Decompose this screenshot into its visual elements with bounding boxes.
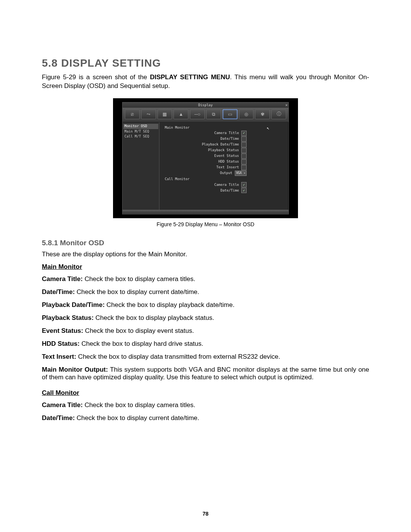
checkbox[interactable] — [241, 165, 247, 170]
page-number: 78 — [0, 511, 411, 517]
toolbar-button-4[interactable]: ─○ — [190, 109, 205, 119]
section-intro: Figure 5-29 is a screen shot of the DISP… — [42, 73, 369, 91]
toolbar-button-5[interactable]: ⧉ — [206, 109, 221, 119]
checkbox[interactable] — [241, 159, 247, 165]
sidebar-item-main-seq[interactable]: Main M/T SEQ — [123, 129, 158, 134]
checkbox[interactable] — [241, 153, 247, 159]
row-playback-status: Playback Status — [165, 147, 285, 153]
toolbar-button-1[interactable]: ⤳ — [141, 109, 156, 119]
label: Camera Title — [214, 182, 239, 188]
label: Camera Title — [214, 131, 239, 136]
row-playback-date-time: Playback Date/Time — [165, 142, 285, 147]
label: Text Insert — [216, 165, 239, 170]
section-heading: 5.8 DISPLAY SETTING — [42, 57, 369, 69]
intro-pre: Figure 5-29 is a screen shot of the — [42, 73, 150, 81]
output-select[interactable]: VGA — [235, 171, 247, 176]
subsection-intro: These are the display options for the Ma… — [42, 250, 369, 259]
row-call-date-time: Date/Time✓ — [165, 188, 285, 193]
checkbox[interactable] — [241, 136, 247, 142]
subsection-heading: 5.8.1 Monitor OSD — [42, 239, 369, 247]
window-title: Display — [198, 103, 213, 107]
def-playback-status: Playback Status: Check the box to displa… — [42, 314, 369, 322]
row-hdd-status: HDD Status — [165, 159, 285, 165]
label: HDD Status — [218, 159, 239, 165]
def-event-status: Event Status: Check the box to display e… — [42, 327, 369, 335]
toolbar: ⎚ ⤳ ▦ ▲ ─○ ⧉ ▭ ◎ ✾ ⓘ — [123, 108, 288, 122]
checkbox[interactable]: ✓ — [241, 182, 247, 187]
sidebar-item-monitor-osd[interactable]: Monitor OSD — [123, 124, 158, 129]
checkbox[interactable]: ✓ — [241, 131, 247, 136]
call-monitor-head: Call Monitor — [42, 389, 79, 396]
def-hdd-status: HDD Status: Check the box to display har… — [42, 340, 369, 348]
def-text-insert: Text Insert: Check the box to display da… — [42, 353, 369, 361]
statusbar — [123, 210, 288, 214]
def-call-camera-title: Camera Title: Check the box to display c… — [42, 401, 369, 409]
label: Event Status — [214, 153, 239, 159]
def-main-monitor-output: Main Monitor Output: This system support… — [42, 366, 369, 381]
label: Date/Time — [220, 188, 239, 193]
toolbar-button-display[interactable]: ▭ — [223, 109, 237, 119]
figure-caption: Figure 5-29 Display Menu – Monitor OSD — [157, 221, 255, 227]
row-date-time: Date/Time — [165, 136, 285, 142]
def-playback-date-time: Playback Date/Time: Check the box to dis… — [42, 301, 369, 309]
toolbar-button-9[interactable]: ⓘ — [271, 109, 286, 119]
settings-panel: ↖ Main Monitor Camera Title✓ Date/Time P… — [159, 122, 288, 210]
sidebar: Monitor OSD Main M/T SEQ Call M/T SEQ — [123, 122, 159, 210]
sidebar-item-call-seq[interactable]: Call M/T SEQ — [123, 134, 158, 139]
display-window: Display × ⎚ ⤳ ▦ ▲ ─○ ⧉ ▭ ◎ ✾ ⓘ — [122, 102, 289, 214]
close-icon[interactable]: × — [285, 103, 288, 107]
main-monitor-head: Main Monitor — [42, 263, 82, 270]
intro-bold: DISPLAY SETTING MENU — [150, 73, 230, 81]
window-titlebar: Display × — [123, 102, 288, 108]
label: Date/Time — [220, 136, 239, 142]
label: Playback Date/Time — [202, 142, 239, 147]
toolbar-button-8[interactable]: ✾ — [255, 109, 270, 119]
def-date-time: Date/Time: Check the box to display curr… — [42, 288, 369, 296]
toolbar-button-2[interactable]: ▦ — [158, 109, 172, 119]
cursor-icon: ↖ — [267, 125, 269, 131]
screenshot-frame: Display × ⎚ ⤳ ▦ ▲ ─○ ⧉ ▭ ◎ ✾ ⓘ — [113, 98, 298, 218]
toolbar-button-7[interactable]: ◎ — [239, 109, 254, 119]
def-camera-title: Camera Title: Check the box to display c… — [42, 275, 369, 283]
checkbox[interactable] — [241, 148, 247, 153]
row-call-camera-title: Camera Title✓ — [165, 182, 285, 188]
group-call-monitor: Call Monitor — [165, 177, 285, 182]
row-event-status: Event Status — [165, 153, 285, 159]
checkbox[interactable]: ✓ — [241, 188, 247, 193]
label: Playback Status — [208, 148, 239, 153]
toolbar-button-3[interactable]: ▲ — [174, 109, 188, 119]
def-call-date-time: Date/Time: Check the box to display curr… — [42, 414, 369, 422]
label: Output — [220, 171, 233, 176]
row-text-insert: Text Insert — [165, 165, 285, 170]
toolbar-button-0[interactable]: ⎚ — [125, 109, 140, 119]
row-output: OutputVGA — [165, 170, 285, 176]
checkbox[interactable] — [241, 142, 247, 147]
